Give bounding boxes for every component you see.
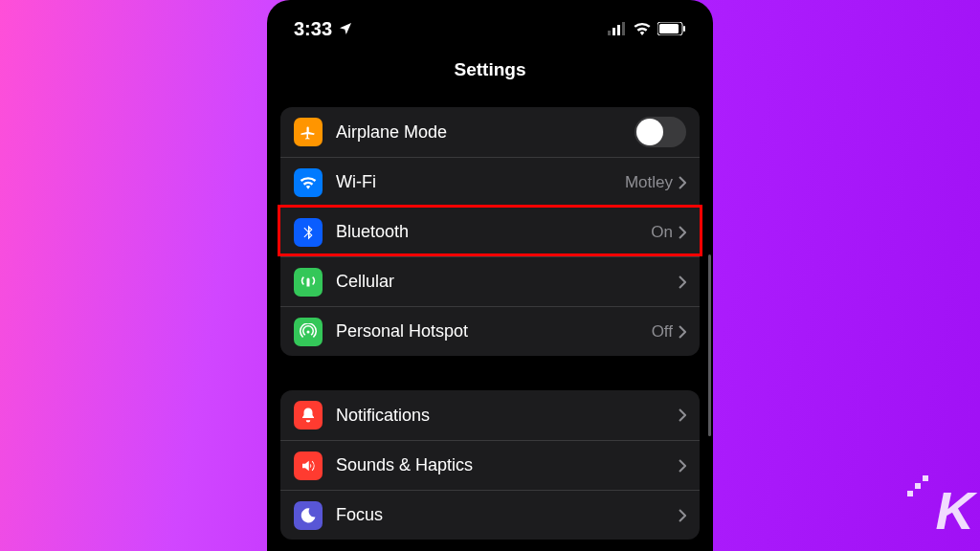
watermark-logo: K — [936, 479, 972, 541]
bell-icon — [294, 401, 323, 430]
row-label: Wi-Fi — [336, 172, 625, 192]
row-wi-fi[interactable]: Wi-FiMotley — [280, 157, 700, 207]
status-time: 3:33 — [294, 18, 332, 40]
row-label: Notifications — [336, 406, 679, 426]
settings-group: NotificationsSounds & HapticsFocus — [280, 390, 700, 540]
row-label: Cellular — [336, 272, 679, 292]
scroll-indicator[interactable] — [708, 254, 711, 436]
row-value: Motley — [625, 173, 673, 192]
row-cellular[interactable]: Cellular — [280, 256, 700, 306]
hotspot-icon — [294, 318, 323, 346]
page-title: Settings — [267, 57, 713, 107]
svg-rect-5 — [659, 24, 679, 33]
wifi-icon — [294, 168, 323, 197]
toggle[interactable] — [635, 117, 686, 147]
svg-rect-2 — [617, 25, 620, 35]
airplane-icon — [294, 118, 323, 146]
chevron-right-icon — [679, 325, 686, 339]
chevron-right-icon — [679, 459, 686, 473]
chevron-right-icon — [679, 226, 686, 239]
row-label: Sounds & Haptics — [336, 455, 679, 475]
row-sounds-haptics[interactable]: Sounds & Haptics — [280, 440, 700, 490]
status-bar: 3:33 — [267, 0, 713, 57]
row-label: Airplane Mode — [336, 122, 635, 143]
row-value: Off — [652, 322, 673, 342]
cellular-icon — [294, 268, 323, 297]
settings-group: Airplane ModeWi-FiMotleyBluetoothOnCellu… — [280, 107, 700, 356]
row-label: Focus — [336, 505, 679, 525]
chevron-right-icon — [679, 408, 686, 422]
row-label: Personal Hotspot — [336, 321, 652, 342]
row-personal-hotspot[interactable]: Personal HotspotOff — [280, 306, 700, 356]
row-label: Bluetooth — [336, 222, 651, 242]
row-airplane-mode[interactable]: Airplane Mode — [280, 107, 700, 157]
wifi-status-icon — [633, 22, 652, 35]
phone-frame: 3:33 Settings Airplane ModeWi-FiMotleyBl… — [267, 0, 713, 551]
svg-rect-6 — [683, 26, 685, 32]
svg-rect-1 — [612, 28, 615, 35]
chevron-right-icon — [679, 509, 686, 522]
svg-rect-3 — [622, 22, 625, 35]
chevron-right-icon — [679, 276, 686, 289]
moon-icon — [294, 501, 323, 530]
bluetooth-icon — [294, 218, 323, 247]
row-bluetooth[interactable]: BluetoothOn — [280, 207, 700, 256]
svg-rect-0 — [608, 31, 611, 35]
chevron-right-icon — [679, 176, 686, 189]
settings-content[interactable]: Airplane ModeWi-FiMotleyBluetoothOnCellu… — [267, 107, 713, 540]
speaker-icon — [294, 452, 323, 480]
location-icon — [338, 21, 353, 36]
row-focus[interactable]: Focus — [280, 490, 700, 540]
signal-icon — [608, 22, 627, 35]
row-value: On — [651, 223, 673, 242]
row-notifications[interactable]: Notifications — [280, 390, 700, 440]
battery-icon — [657, 22, 686, 35]
